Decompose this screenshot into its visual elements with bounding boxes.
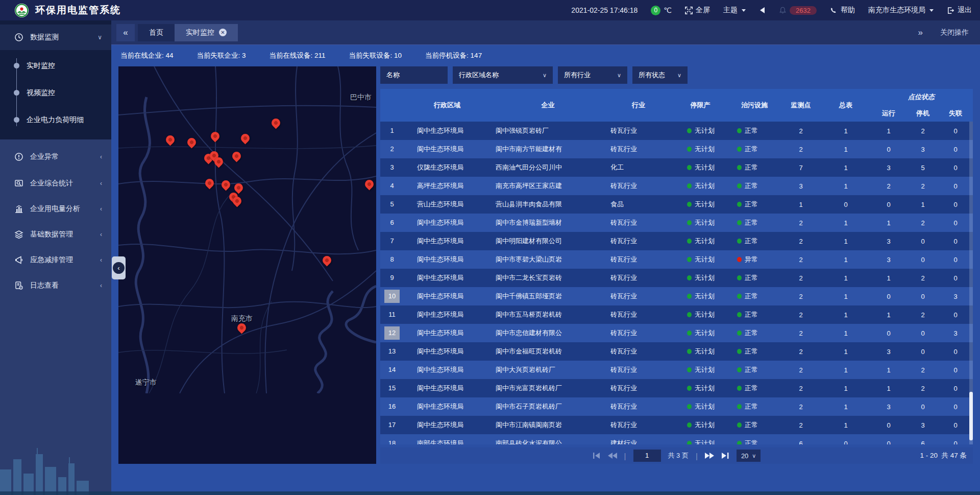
table-row[interactable]: 18南部生态环境局南部县砖化水泥有限公建材行业无计划正常60060 (380, 434, 973, 444)
chart-icon (14, 204, 23, 214)
tab-realtime-monitor[interactable]: 实时监控 ✕ (175, 24, 238, 41)
status-dot-green (687, 257, 692, 262)
sidebar-subitem-realtime-monitor[interactable]: 实时监控 (0, 52, 111, 79)
map-city-label: 巴中市 (350, 93, 372, 102)
region-filter-select[interactable]: 行政区域名称∨ (453, 66, 553, 84)
filters-bar: 名称 行政区域名称∨ 所有行业∨ 所有状态∨ (380, 66, 973, 84)
table-row[interactable]: 15阆中生态环境局阆中市光富页岩机砖厂砖瓦行业无计划正常21120 (380, 379, 973, 397)
fullscreen-button[interactable]: 全屏 (685, 6, 710, 15)
last-page-icon (721, 453, 729, 459)
status-dot-green (737, 220, 742, 225)
table-row[interactable]: 13阆中生态环境局阆中市金福旺页岩机砖砖瓦行业无计划正常21300 (380, 342, 973, 361)
status-dot-green (687, 183, 692, 188)
status-dot-green (737, 165, 742, 170)
table-row[interactable]: 10阆中生态环境局阆中千佛镇五郎垭页岩砖瓦行业无计划正常21003 (380, 287, 973, 305)
tabs-scroll-right-button[interactable]: » (918, 28, 923, 38)
status-dot-green (687, 147, 692, 152)
status-filter-select[interactable]: 所有状态∨ (632, 66, 688, 84)
help-button[interactable]: 帮助 (830, 6, 855, 15)
table-scrollbar[interactable] (969, 122, 973, 444)
col-header-region: 行政区域 (404, 89, 491, 122)
pagination-range-info: 1 - 20 共 47 条 (920, 451, 967, 460)
notifications[interactable]: 2632 (779, 6, 817, 15)
divider: | (624, 452, 626, 460)
sidebar-item-emergency-reduction[interactable]: 应急减排管理‹ (0, 247, 111, 273)
stats-bar: 当前在线企业: 44当前失联企业: 3当前在线设备: 211当前失联设备: 10… (111, 45, 980, 66)
org-dropdown[interactable]: 南充市生态环境局 (868, 6, 934, 15)
prev-page-button[interactable] (608, 453, 617, 459)
table-row[interactable]: 14阆中生态环境局阆中大兴页岩机砖厂砖瓦行业无计划正常21120 (380, 361, 973, 379)
page-size-select[interactable]: 20∨ (737, 450, 761, 462)
map-panel[interactable]: 巴中市南充市遂宁市 ‹ (118, 66, 376, 464)
tab-bar: « 首页 实时监控 ✕ » 关闭操作 (111, 20, 980, 45)
table-row[interactable]: 9阆中生态环境局阆中市二龙长宝页岩砖砖瓦行业无计划正常21120 (380, 269, 973, 287)
last-page-button[interactable] (721, 453, 729, 459)
status-dot-green (737, 349, 742, 354)
map-roads-layer (118, 66, 376, 393)
sidebar-item-label: 数据监测 (30, 33, 97, 42)
sidebar-subitem-label: 视频监控 (27, 88, 55, 98)
sidebar-item-power-usage-analysis[interactable]: 企业用电量分析‹ (0, 196, 111, 222)
status-dot-green (737, 441, 742, 444)
table-row[interactable]: 2阆中生态环境局阆中市南方节能建材有砖瓦行业无计划正常21030 (380, 140, 973, 158)
next-page-icon (705, 453, 714, 459)
map-collapse-handle[interactable]: ‹ (112, 256, 126, 279)
stat-item-1: 当前失联企业: 3 (197, 51, 246, 60)
submenu-dot-icon (14, 117, 19, 123)
table-row[interactable]: 12阆中生态环境局阆中市忠信建材有限公砖瓦行业无计划正常21003 (380, 324, 973, 342)
sidebar-item-enterprise-abnormal[interactable]: 企业异常‹ (0, 143, 111, 171)
industry-filter-select[interactable]: 所有行业∨ (558, 66, 627, 84)
table-row[interactable]: 1阆中生态环境局阆中强锐页岩砖厂砖瓦行业无计划正常21120 (380, 122, 973, 140)
tab-home[interactable]: 首页 (138, 24, 175, 41)
table-row[interactable]: 11阆中生态环境局阆中市五马桥页岩机砖砖瓦行业无计划正常21120 (380, 305, 973, 324)
col-header-index (380, 89, 404, 122)
sidebar-subitem-video-monitor[interactable]: 视频监控 (0, 79, 111, 106)
status-dot-green (687, 202, 692, 207)
table-row[interactable]: 17阆中生态环境局阆中市江南镇阆南页岩砖瓦行业无计划正常21030 (380, 416, 973, 434)
status-dot-green (687, 239, 692, 244)
table-row[interactable]: 6阆中生态环境局阆中市金博瑞新型墙材砖瓦行业无计划正常21120 (380, 214, 973, 232)
status-dot-green (737, 147, 742, 152)
sidebar-subitem-power-load-detail[interactable]: 企业电力负荷明细 (0, 106, 111, 133)
prev-page-icon (608, 453, 617, 459)
page-number-input[interactable]: 1 (633, 450, 661, 462)
sidebar-item-base-data-management[interactable]: 基础数据管理‹ (0, 222, 111, 247)
sidebar-item-enterprise-statistics[interactable]: 企业综合统计‹ (0, 171, 111, 196)
bottom-strip (0, 491, 980, 495)
tab-close-icon[interactable]: ✕ (219, 29, 227, 36)
status-dot-green (687, 386, 692, 391)
pagination-bar: | 1 共 3 页 | 20∨ (380, 447, 973, 464)
next-page-button[interactable] (705, 453, 714, 459)
tabs-scroll-left-button[interactable]: « (116, 24, 135, 41)
layers-icon (14, 230, 23, 239)
clock-icon (14, 33, 23, 42)
close-operations-button[interactable]: 关闭操作 (940, 28, 969, 37)
chevron-left-icon: ‹ (100, 153, 102, 160)
submenu-dot-icon (14, 90, 19, 96)
sidebar-item-data-monitor[interactable]: 数据监测∨ (0, 25, 111, 50)
theme-dropdown[interactable]: 主题 (723, 6, 746, 15)
table-row[interactable]: 3仪陇生态环境局西南油气田分公司川中化工无计划正常71350 (380, 158, 973, 177)
name-filter-input[interactable]: 名称 (380, 66, 448, 84)
first-page-button[interactable] (593, 453, 601, 459)
chevron-down-icon: ∨ (752, 453, 756, 459)
chevron-down-icon (929, 9, 934, 12)
table-row[interactable]: 7阆中生态环境局阆中明阳建材有限公司砖瓦行业无计划正常21300 (380, 232, 973, 250)
table-row[interactable]: 8阆中生态环境局阆中市枣碧大梁山页岩砖瓦行业无计划异常21300 (380, 250, 973, 269)
temperature-indicator: 0 ℃ (651, 6, 672, 15)
col-header-meters: 总表 (822, 89, 870, 122)
table-row[interactable]: 5营山生态环境局营山县润丰肉食品有限食品无计划正常10010 (380, 195, 973, 214)
notification-count-badge: 2632 (790, 6, 817, 15)
sound-toggle-button[interactable] (759, 7, 766, 14)
logout-button[interactable]: 退出 (947, 6, 972, 15)
col-header-stop: 停限产 (672, 89, 729, 122)
page-title: 环保用电监管系统 (35, 4, 121, 17)
statistics-icon (14, 179, 23, 188)
status-dot-green (687, 220, 692, 225)
scrollbar-thumb[interactable] (969, 392, 973, 440)
right-panel: 名称 行政区域名称∨ 所有行业∨ 所有状态∨ (380, 66, 973, 464)
top-bar: 环保用电监管系统 2021-02-25 17:46:18 0 ℃ 全屏 主题 (0, 0, 980, 20)
table-row[interactable]: 16阆中生态环境局阆中市石子页岩机砖厂砖瓦行业无计划正常21300 (380, 397, 973, 416)
sidebar-item-log-view[interactable]: 日志查看‹ (0, 273, 111, 298)
table-row[interactable]: 4高坪生态环境局南充市高坪区王家店建砖瓦行业无计划正常31220 (380, 177, 973, 195)
